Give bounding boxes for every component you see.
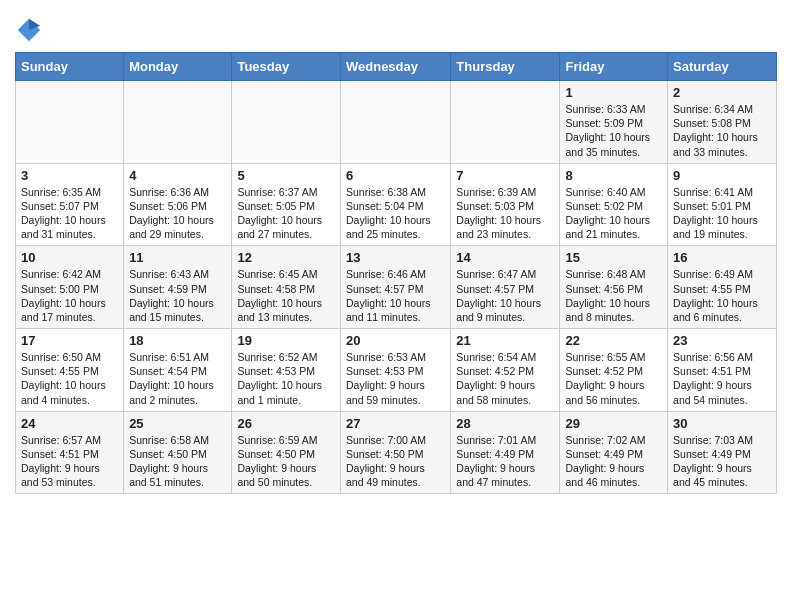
day-info: Sunrise: 6:34 AM Sunset: 5:08 PM Dayligh… (673, 102, 771, 159)
calendar-week-3: 17Sunrise: 6:50 AM Sunset: 4:55 PM Dayli… (16, 329, 777, 412)
day-info: Sunrise: 6:40 AM Sunset: 5:02 PM Dayligh… (565, 185, 662, 242)
day-info: Sunrise: 6:50 AM Sunset: 4:55 PM Dayligh… (21, 350, 118, 407)
day-info: Sunrise: 6:51 AM Sunset: 4:54 PM Dayligh… (129, 350, 226, 407)
weekday-header-sunday: Sunday (16, 53, 124, 81)
calendar-cell: 23Sunrise: 6:56 AM Sunset: 4:51 PM Dayli… (668, 329, 777, 412)
calendar-cell: 11Sunrise: 6:43 AM Sunset: 4:59 PM Dayli… (124, 246, 232, 329)
calendar-cell: 21Sunrise: 6:54 AM Sunset: 4:52 PM Dayli… (451, 329, 560, 412)
weekday-header-tuesday: Tuesday (232, 53, 341, 81)
day-number: 22 (565, 333, 662, 348)
day-info: Sunrise: 6:33 AM Sunset: 5:09 PM Dayligh… (565, 102, 662, 159)
day-info: Sunrise: 6:38 AM Sunset: 5:04 PM Dayligh… (346, 185, 445, 242)
calendar-cell: 9Sunrise: 6:41 AM Sunset: 5:01 PM Daylig… (668, 163, 777, 246)
day-info: Sunrise: 6:54 AM Sunset: 4:52 PM Dayligh… (456, 350, 554, 407)
day-info: Sunrise: 7:00 AM Sunset: 4:50 PM Dayligh… (346, 433, 445, 490)
day-info: Sunrise: 6:58 AM Sunset: 4:50 PM Dayligh… (129, 433, 226, 490)
calendar-cell: 24Sunrise: 6:57 AM Sunset: 4:51 PM Dayli… (16, 411, 124, 494)
calendar-cell: 25Sunrise: 6:58 AM Sunset: 4:50 PM Dayli… (124, 411, 232, 494)
day-number: 23 (673, 333, 771, 348)
day-info: Sunrise: 6:49 AM Sunset: 4:55 PM Dayligh… (673, 267, 771, 324)
calendar-cell: 2Sunrise: 6:34 AM Sunset: 5:08 PM Daylig… (668, 81, 777, 164)
calendar-week-1: 3Sunrise: 6:35 AM Sunset: 5:07 PM Daylig… (16, 163, 777, 246)
day-info: Sunrise: 6:37 AM Sunset: 5:05 PM Dayligh… (237, 185, 335, 242)
day-info: Sunrise: 6:45 AM Sunset: 4:58 PM Dayligh… (237, 267, 335, 324)
calendar-cell: 20Sunrise: 6:53 AM Sunset: 4:53 PM Dayli… (340, 329, 450, 412)
day-number: 26 (237, 416, 335, 431)
day-info: Sunrise: 7:03 AM Sunset: 4:49 PM Dayligh… (673, 433, 771, 490)
weekday-header-thursday: Thursday (451, 53, 560, 81)
day-number: 14 (456, 250, 554, 265)
weekday-header-monday: Monday (124, 53, 232, 81)
day-number: 12 (237, 250, 335, 265)
day-number: 15 (565, 250, 662, 265)
day-number: 20 (346, 333, 445, 348)
day-number: 8 (565, 168, 662, 183)
day-number: 10 (21, 250, 118, 265)
calendar-cell: 30Sunrise: 7:03 AM Sunset: 4:49 PM Dayli… (668, 411, 777, 494)
day-info: Sunrise: 6:52 AM Sunset: 4:53 PM Dayligh… (237, 350, 335, 407)
day-number: 18 (129, 333, 226, 348)
calendar-cell: 29Sunrise: 7:02 AM Sunset: 4:49 PM Dayli… (560, 411, 668, 494)
calendar-cell: 28Sunrise: 7:01 AM Sunset: 4:49 PM Dayli… (451, 411, 560, 494)
calendar-header-row: SundayMondayTuesdayWednesdayThursdayFrid… (16, 53, 777, 81)
day-number: 2 (673, 85, 771, 100)
day-number: 24 (21, 416, 118, 431)
day-info: Sunrise: 6:48 AM Sunset: 4:56 PM Dayligh… (565, 267, 662, 324)
calendar-cell: 1Sunrise: 6:33 AM Sunset: 5:09 PM Daylig… (560, 81, 668, 164)
header (15, 10, 777, 44)
day-number: 5 (237, 168, 335, 183)
day-number: 17 (21, 333, 118, 348)
day-number: 3 (21, 168, 118, 183)
day-info: Sunrise: 6:46 AM Sunset: 4:57 PM Dayligh… (346, 267, 445, 324)
calendar: SundayMondayTuesdayWednesdayThursdayFrid… (15, 52, 777, 494)
day-info: Sunrise: 7:02 AM Sunset: 4:49 PM Dayligh… (565, 433, 662, 490)
calendar-cell: 16Sunrise: 6:49 AM Sunset: 4:55 PM Dayli… (668, 246, 777, 329)
day-info: Sunrise: 7:01 AM Sunset: 4:49 PM Dayligh… (456, 433, 554, 490)
day-number: 13 (346, 250, 445, 265)
day-number: 29 (565, 416, 662, 431)
calendar-cell: 22Sunrise: 6:55 AM Sunset: 4:52 PM Dayli… (560, 329, 668, 412)
day-info: Sunrise: 6:47 AM Sunset: 4:57 PM Dayligh… (456, 267, 554, 324)
calendar-cell: 6Sunrise: 6:38 AM Sunset: 5:04 PM Daylig… (340, 163, 450, 246)
calendar-cell: 13Sunrise: 6:46 AM Sunset: 4:57 PM Dayli… (340, 246, 450, 329)
weekday-header-wednesday: Wednesday (340, 53, 450, 81)
weekday-header-friday: Friday (560, 53, 668, 81)
day-info: Sunrise: 6:36 AM Sunset: 5:06 PM Dayligh… (129, 185, 226, 242)
day-number: 27 (346, 416, 445, 431)
day-info: Sunrise: 6:53 AM Sunset: 4:53 PM Dayligh… (346, 350, 445, 407)
weekday-header-saturday: Saturday (668, 53, 777, 81)
day-number: 16 (673, 250, 771, 265)
logo (15, 16, 45, 44)
day-number: 19 (237, 333, 335, 348)
day-info: Sunrise: 6:59 AM Sunset: 4:50 PM Dayligh… (237, 433, 335, 490)
calendar-cell: 10Sunrise: 6:42 AM Sunset: 5:00 PM Dayli… (16, 246, 124, 329)
day-info: Sunrise: 6:42 AM Sunset: 5:00 PM Dayligh… (21, 267, 118, 324)
calendar-cell: 8Sunrise: 6:40 AM Sunset: 5:02 PM Daylig… (560, 163, 668, 246)
page: SundayMondayTuesdayWednesdayThursdayFrid… (0, 0, 792, 509)
day-number: 1 (565, 85, 662, 100)
calendar-cell (124, 81, 232, 164)
day-info: Sunrise: 6:41 AM Sunset: 5:01 PM Dayligh… (673, 185, 771, 242)
day-number: 11 (129, 250, 226, 265)
calendar-cell: 4Sunrise: 6:36 AM Sunset: 5:06 PM Daylig… (124, 163, 232, 246)
calendar-cell: 15Sunrise: 6:48 AM Sunset: 4:56 PM Dayli… (560, 246, 668, 329)
calendar-cell: 12Sunrise: 6:45 AM Sunset: 4:58 PM Dayli… (232, 246, 341, 329)
day-info: Sunrise: 6:57 AM Sunset: 4:51 PM Dayligh… (21, 433, 118, 490)
day-number: 28 (456, 416, 554, 431)
day-number: 21 (456, 333, 554, 348)
day-info: Sunrise: 6:39 AM Sunset: 5:03 PM Dayligh… (456, 185, 554, 242)
calendar-cell (451, 81, 560, 164)
calendar-cell: 17Sunrise: 6:50 AM Sunset: 4:55 PM Dayli… (16, 329, 124, 412)
day-info: Sunrise: 6:43 AM Sunset: 4:59 PM Dayligh… (129, 267, 226, 324)
calendar-cell (340, 81, 450, 164)
calendar-cell: 18Sunrise: 6:51 AM Sunset: 4:54 PM Dayli… (124, 329, 232, 412)
calendar-cell: 7Sunrise: 6:39 AM Sunset: 5:03 PM Daylig… (451, 163, 560, 246)
calendar-cell (16, 81, 124, 164)
calendar-cell: 3Sunrise: 6:35 AM Sunset: 5:07 PM Daylig… (16, 163, 124, 246)
day-number: 30 (673, 416, 771, 431)
calendar-cell: 19Sunrise: 6:52 AM Sunset: 4:53 PM Dayli… (232, 329, 341, 412)
logo-icon (15, 16, 43, 44)
calendar-week-0: 1Sunrise: 6:33 AM Sunset: 5:09 PM Daylig… (16, 81, 777, 164)
day-number: 25 (129, 416, 226, 431)
day-info: Sunrise: 6:56 AM Sunset: 4:51 PM Dayligh… (673, 350, 771, 407)
